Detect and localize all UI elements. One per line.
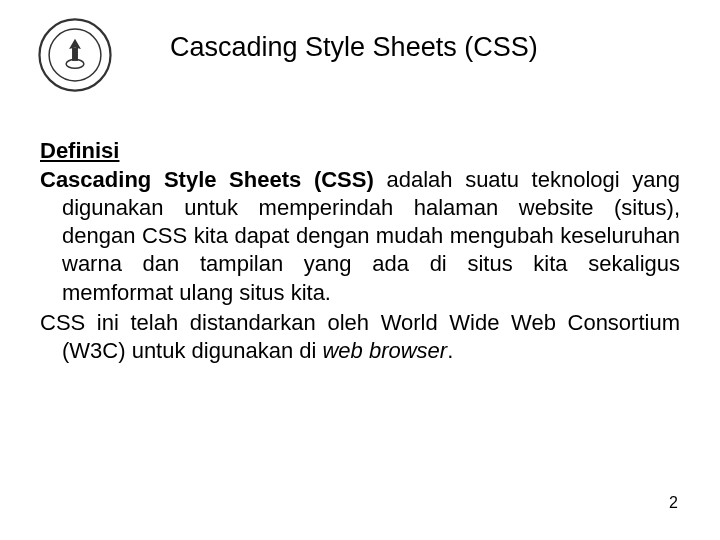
slide-title: Cascading Style Sheets (CSS) [170,32,680,63]
section-heading: Definisi [40,138,680,164]
paragraph-2-italic: web browser [322,338,447,363]
institution-logo [38,18,112,92]
paragraph-1-lead: Cascading Style Sheets (CSS) [40,167,374,192]
slide-content: Definisi Cascading Style Sheets (CSS) ad… [40,138,680,367]
paragraph-2: CSS ini telah distandarkan oleh World Wi… [40,309,680,365]
paragraph-1: Cascading Style Sheets (CSS) adalah suat… [40,166,680,307]
page-number: 2 [669,494,678,512]
paragraph-2-part2: . [447,338,453,363]
